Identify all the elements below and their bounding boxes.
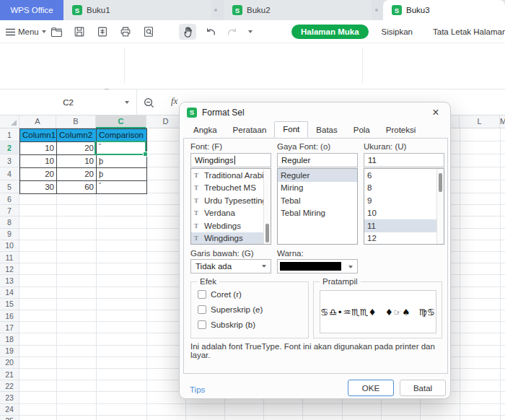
dialog-close-button[interactable]: × — [429, 105, 443, 120]
save-button[interactable] — [71, 24, 88, 40]
list-item[interactable]: TWingdings — [191, 232, 271, 245]
list-item[interactable]: TTrebuchet MS — [191, 182, 271, 195]
dialog-tab[interactable]: Pola — [346, 123, 378, 138]
list-item[interactable]: 12 — [364, 232, 444, 245]
ribbon-tab[interactable]: Tata Letak Halaman — [423, 27, 505, 36]
insert-function-button[interactable]: fx — [171, 95, 177, 107]
list-item[interactable]: Tebal — [278, 194, 357, 207]
row-header[interactable]: 8 — [0, 216, 19, 228]
redo-button[interactable] — [224, 24, 241, 40]
font-color-dropdown[interactable] — [277, 259, 358, 274]
document-tab[interactable]: SBuku3 — [383, 0, 505, 20]
list-item[interactable]: TTraditional Arabic — [191, 169, 271, 182]
undo-button[interactable] — [202, 24, 219, 40]
wps-office-button[interactable]: WPS Office — [0, 0, 63, 20]
table-cell[interactable]: ″ — [97, 142, 147, 155]
table-cell[interactable]: ″ — [97, 181, 147, 194]
ribbon-tab[interactable]: Sisipkan — [372, 27, 423, 36]
ribbon-tab[interactable]: Halaman Muka — [291, 25, 369, 39]
table-header-cell[interactable]: Column1 — [20, 129, 57, 142]
dialog-tab[interactable]: Perataan — [225, 123, 275, 138]
table-cell[interactable]: 10 — [57, 155, 97, 168]
font-size-input[interactable]: 11 — [364, 153, 444, 167]
dialog-tab[interactable]: Font — [274, 121, 308, 138]
dialog-tab[interactable]: Batas — [308, 123, 345, 138]
cancel-button[interactable]: Batal — [400, 380, 446, 396]
table-cell[interactable]: 20 — [20, 168, 57, 181]
document-tab[interactable]: SBuku1 — [63, 0, 211, 20]
ok-button[interactable]: OKE — [348, 380, 394, 396]
open-file-button[interactable] — [48, 24, 65, 40]
row-header[interactable]: 12 — [0, 263, 19, 275]
list-item[interactable]: TUrdu Typesetting — [191, 194, 271, 207]
row-header[interactable]: 11 — [0, 252, 19, 263]
table-cell[interactable]: 20 — [57, 168, 97, 181]
effect-checkbox-row[interactable]: Coret (r) — [198, 290, 308, 299]
list-item[interactable]: 10 — [364, 207, 444, 220]
dialog-tab[interactable]: Proteksi — [378, 123, 424, 138]
size-list-scrollbar[interactable] — [436, 169, 444, 244]
sheet-row[interactable]: 24 — [0, 404, 505, 416]
checkbox-icon[interactable] — [198, 320, 206, 329]
column-header[interactable]: A — [19, 115, 56, 128]
row-header[interactable]: 13 — [0, 275, 19, 286]
table-cell[interactable]: þ — [97, 155, 147, 168]
row-header[interactable]: 14 — [0, 287, 19, 299]
list-item[interactable]: 11 — [364, 219, 444, 232]
list-item[interactable]: 6 — [364, 169, 444, 182]
font-name-input[interactable]: Wingdings — [190, 153, 271, 167]
row-header[interactable]: 4 — [0, 167, 19, 180]
row-header[interactable]: 16 — [0, 310, 19, 322]
row-header[interactable]: 3 — [0, 154, 19, 167]
row-header[interactable]: 19 — [0, 346, 19, 357]
print-preview-button[interactable] — [140, 24, 157, 40]
list-item[interactable]: 9 — [364, 194, 444, 207]
toolbar-more-button[interactable] — [244, 24, 257, 40]
underline-dropdown[interactable]: Tidak ada — [190, 259, 271, 274]
hand-tool-button[interactable] — [179, 24, 196, 40]
row-header[interactable]: 21 — [0, 369, 19, 380]
row-header[interactable]: 23 — [0, 392, 19, 403]
row-header[interactable]: 5 — [0, 180, 19, 193]
row-header[interactable]: 25 — [0, 416, 19, 420]
scrollbar-thumb[interactable] — [265, 224, 269, 242]
row-header[interactable]: 1 — [0, 128, 19, 141]
row-header[interactable]: 2 — [0, 141, 19, 154]
list-item[interactable]: Miring — [278, 182, 357, 195]
row-header[interactable]: 6 — [0, 193, 19, 205]
zoom-out-button[interactable] — [140, 95, 157, 110]
table-cell[interactable]: 20 — [57, 142, 97, 155]
table-cell[interactable]: 60 — [57, 181, 97, 194]
list-item[interactable]: TVerdana — [191, 207, 271, 220]
table-cell[interactable]: 10 — [20, 155, 57, 168]
row-header[interactable]: 17 — [0, 322, 19, 333]
checkbox-icon[interactable] — [198, 290, 206, 299]
list-item[interactable]: 8 — [364, 182, 444, 195]
export-button[interactable] — [94, 24, 111, 40]
list-item[interactable]: Tebal Miring — [278, 207, 357, 220]
table-header-cell[interactable]: Column2 — [57, 129, 97, 142]
table-cell[interactable]: 10 — [20, 142, 57, 155]
row-header[interactable]: 22 — [0, 380, 19, 392]
table-cell[interactable]: 30 — [20, 181, 57, 194]
document-tab[interactable]: SBuku2 — [224, 0, 372, 20]
column-header[interactable]: L — [460, 115, 500, 128]
column-header[interactable]: C — [96, 115, 146, 128]
select-all-corner[interactable] — [0, 115, 19, 128]
print-button[interactable] — [117, 24, 134, 40]
effect-checkbox-row[interactable]: Subskrip (b) — [198, 320, 308, 329]
column-header[interactable]: B — [56, 115, 96, 128]
row-header[interactable]: 24 — [0, 404, 19, 416]
tips-link[interactable]: Tips — [190, 385, 205, 394]
font-style-input[interactable]: Reguler — [277, 153, 358, 167]
effect-checkbox-row[interactable]: Superskrip (e) — [198, 305, 308, 314]
cell-name-box[interactable]: C2 — [0, 89, 137, 115]
checkbox-icon[interactable] — [198, 305, 206, 314]
row-header[interactable]: 9 — [0, 229, 19, 240]
table-header-cell[interactable]: Comparison — [97, 129, 147, 142]
row-header[interactable]: 20 — [0, 357, 19, 369]
list-item[interactable]: TWebdings — [191, 219, 271, 232]
column-header[interactable]: M — [500, 115, 505, 128]
menu-button[interactable]: Menu — [6, 24, 46, 40]
table-cell[interactable]: þ — [97, 168, 147, 181]
